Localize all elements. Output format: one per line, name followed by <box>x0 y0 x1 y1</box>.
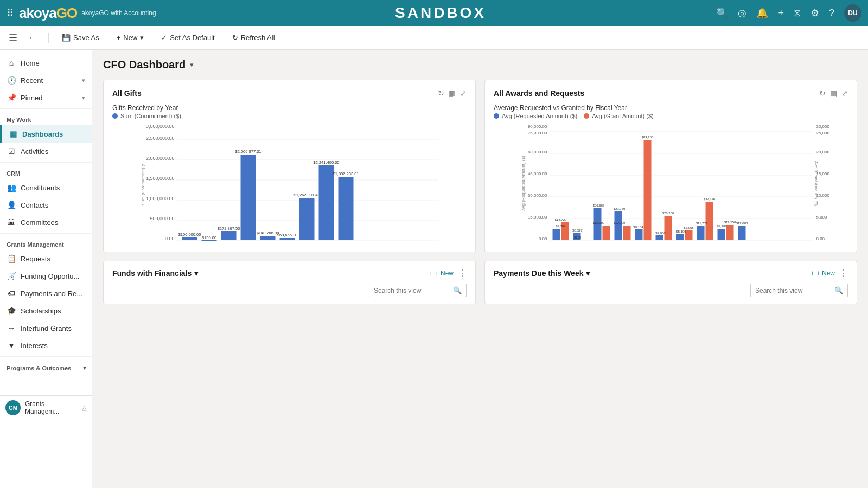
home-icon: ⌂ <box>7 59 16 67</box>
search-icon[interactable]: 🔍 <box>716 7 728 19</box>
svg-text:FY2016: FY2016 <box>657 242 671 243</box>
awards-expand-icon[interactable]: ⤢ <box>841 89 848 98</box>
awards-table-icon[interactable]: ▦ <box>830 89 837 98</box>
svg-text:FY2018: FY2018 <box>698 242 712 243</box>
all-gifts-card: All Gifts ↻ ▦ ⤢ Gifts Received by Year S… <box>103 80 476 252</box>
sidebar-item-label: Pinned <box>21 94 42 102</box>
save-icon: 💾 <box>62 34 71 42</box>
payments-search-box[interactable]: 🔍 <box>750 284 848 297</box>
svg-text:Sum (Commitment) ($): Sum (Commitment) ($) <box>141 161 145 206</box>
bell-icon[interactable]: 🔔 <box>756 7 768 19</box>
logo[interactable]: akoyaGO <box>19 5 77 22</box>
svg-rect-109 <box>738 226 746 240</box>
gifts-expand-icon[interactable]: ⤢ <box>460 89 467 98</box>
svg-text:$6,377: $6,377 <box>572 229 583 232</box>
sidebar-item-payments[interactable]: 🏷 Payments and Re... <box>0 285 92 302</box>
sidebar-item-contacts[interactable]: 👤 Contacts <box>0 196 92 214</box>
funds-dropdown-icon[interactable]: ▾ <box>194 269 198 278</box>
funds-card: Funds with Financials ▾ + + New ⋮ � <box>103 261 476 304</box>
payments-search-input[interactable] <box>755 287 831 294</box>
refresh-all-button[interactable]: ↻ Refresh All <box>226 31 282 44</box>
awards-refresh-icon[interactable]: ↻ <box>819 89 826 98</box>
sidebar-item-committees[interactable]: 🏛 Committees <box>0 214 92 231</box>
sidebar-item-label: Dashboards <box>22 130 63 138</box>
back-button[interactable]: ← <box>22 31 42 44</box>
payments-new-button[interactable]: + + New <box>810 269 835 277</box>
sidebar-item-interfund[interactable]: ↔ Interfund Grants <box>0 319 92 337</box>
svg-rect-29 <box>280 238 295 240</box>
sidebar-item-interests[interactable]: ♥ Interests <box>0 337 92 354</box>
svg-text:1,000,000.00: 1,000,000.00 <box>146 196 175 201</box>
svg-text:30,000.00: 30,000.00 <box>528 193 547 198</box>
sidebar-item-constituents[interactable]: 👥 Constituents <box>0 179 92 196</box>
page-title-dropdown[interactable]: ▾ <box>190 61 194 69</box>
svg-text:FY2010: FY2010 <box>571 242 584 243</box>
svg-text:$11,777: $11,777 <box>696 222 708 225</box>
avatar[interactable]: DU <box>844 4 861 22</box>
svg-text:FY2015: FY2015 <box>636 242 650 243</box>
main-content: CFO Dashboard ▾ All Gifts ↻ ▦ ⤢ Gifts Re… <box>92 50 868 488</box>
dashboard-icon: ▦ <box>8 130 18 138</box>
svg-rect-35 <box>319 165 334 240</box>
programs-chevron[interactable]: ▾ <box>83 364 86 371</box>
sidebar-item-recent[interactable]: 🕐 Recent ▾ <box>0 72 92 89</box>
payments-dropdown-icon[interactable]: ▾ <box>586 269 590 278</box>
payments-plus-icon: + <box>810 269 814 277</box>
settings-icon[interactable]: ⚙ <box>810 7 819 19</box>
sidebar-item-label: Funding Opportu... <box>21 272 79 280</box>
gifts-refresh-icon[interactable]: ↻ <box>438 89 444 98</box>
dashboard-grid: All Gifts ↻ ▦ ⤢ Gifts Received by Year S… <box>103 80 857 252</box>
svg-text:$68,665.00: $68,665.00 <box>277 233 298 237</box>
svg-text:$83,250: $83,250 <box>642 136 654 139</box>
svg-rect-64 <box>553 229 560 240</box>
plus-icon[interactable]: + <box>778 8 784 19</box>
help-icon[interactable]: ? <box>829 8 834 19</box>
svg-text:FY2021: FY2021 <box>752 242 766 243</box>
sidebar-item-label: Interests <box>21 342 48 350</box>
funds-search-box[interactable]: 🔍 <box>369 284 467 297</box>
set-default-button[interactable]: ✓ Set As Default <box>155 31 221 44</box>
compass-icon[interactable]: ◎ <box>738 7 746 19</box>
grid-menu-icon[interactable]: ⠿ <box>7 7 14 19</box>
interests-icon: ♥ <box>7 341 16 350</box>
all-awards-title: All Awards and Requests <box>494 89 584 98</box>
svg-text:$14,729: $14,729 <box>555 218 567 221</box>
pin-icon: 📌 <box>7 93 16 102</box>
svg-text:$140,786.00: $140,786.00 <box>257 230 279 235</box>
svg-text:1,500,000.00: 1,500,000.00 <box>146 176 175 181</box>
svg-text:$2,241,400.00: $2,241,400.00 <box>314 160 340 165</box>
sidebar-item-activities[interactable]: ☑ Activities <box>0 143 92 160</box>
gifts-subtitle: Gifts Received by Year <box>112 104 467 112</box>
new-dropdown-icon[interactable]: ▾ <box>140 34 144 42</box>
svg-rect-89 <box>656 235 663 240</box>
svg-text:15,000.00: 15,000.00 <box>528 215 547 220</box>
funds-new-button[interactable]: + + New <box>429 269 454 277</box>
funds-more-button[interactable]: ⋮ <box>458 268 467 278</box>
svg-rect-85 <box>644 140 652 240</box>
sidebar-item-scholarships[interactable]: 🎓 Scholarships <box>0 302 92 319</box>
activities-icon: ☑ <box>7 147 16 156</box>
gifts-table-icon[interactable]: ▦ <box>449 89 456 98</box>
sidebar-item-requests[interactable]: 📋 Requests <box>0 250 92 267</box>
sidebar-item-funding[interactable]: 🛒 Funding Opportu... <box>0 267 92 285</box>
svg-rect-23 <box>241 155 256 240</box>
awards-subtitle: Average Requested vs Granted by Fiscal Y… <box>494 104 848 112</box>
all-gifts-chart: 0.00 500,000.00 1,000,000.00 1,500,000.0… <box>112 124 467 243</box>
svg-text:(blank): (blank) <box>555 242 566 243</box>
svg-rect-14 <box>182 237 197 240</box>
constituents-icon: 👥 <box>7 183 16 192</box>
svg-text:$32,146: $32,146 <box>704 197 716 201</box>
svg-text:$20,266: $20,266 <box>662 211 674 215</box>
new-button[interactable]: + New ▾ <box>110 31 151 44</box>
hamburger-icon[interactable]: ☰ <box>9 32 17 44</box>
filter-icon[interactable]: ⧖ <box>794 8 801 19</box>
save-as-button[interactable]: 💾 Save As <box>55 31 106 44</box>
sidebar-item-dashboards[interactable]: ▦ Dashboards <box>0 125 92 143</box>
grants-chevron[interactable]: △ <box>82 404 86 412</box>
sidebar-item-label: Interfund Grants <box>21 324 72 332</box>
grants-section: Grants Management <box>0 236 92 250</box>
sidebar-item-home[interactable]: ⌂ Home <box>0 54 92 72</box>
sidebar-item-pinned[interactable]: 📌 Pinned ▾ <box>0 89 92 106</box>
funds-search-input[interactable] <box>374 287 450 294</box>
payments-more-button[interactable]: ⋮ <box>839 268 848 278</box>
